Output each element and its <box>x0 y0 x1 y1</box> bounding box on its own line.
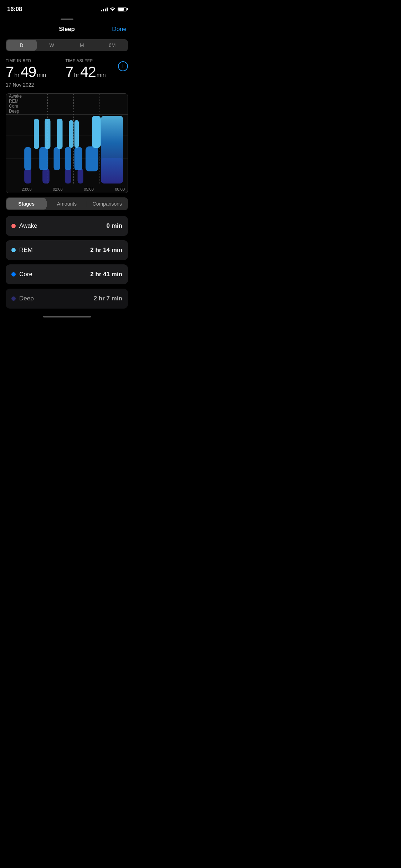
status-icons <box>101 7 127 12</box>
date-label: 17 Nov 2022 <box>6 82 128 88</box>
nav-bar: Sleep Done <box>0 21 134 36</box>
stage-card-awake[interactable]: Awake 0 min <box>6 216 128 236</box>
period-btn-w[interactable]: W <box>37 40 67 51</box>
time-asleep-min: 42 <box>80 63 96 81</box>
chart-label-deep: Deep <box>6 109 22 114</box>
svg-rect-11 <box>34 119 39 149</box>
time-in-bed-hr-unit: hr <box>14 72 19 78</box>
nav-title: Sleep <box>59 26 74 33</box>
core-dot <box>11 272 16 277</box>
svg-rect-3 <box>78 169 83 184</box>
deep-dot <box>11 296 16 301</box>
svg-rect-13 <box>57 119 62 149</box>
time-label-0500: 05:00 <box>84 187 94 191</box>
time-asleep-min-unit: min <box>97 72 106 78</box>
stage-cards: Awake 0 min REM 2 hr 14 min Core 2 hr 41… <box>0 216 134 309</box>
rem-value: 2 hr 14 min <box>90 247 122 254</box>
period-btn-d[interactable]: D <box>6 40 37 51</box>
sheet-handle <box>0 16 134 21</box>
done-button[interactable]: Done <box>112 26 127 33</box>
chart-label-core: Core <box>6 104 22 109</box>
bottom-tabs: Stages Amounts Comparisons <box>6 197 128 210</box>
svg-rect-17 <box>101 116 123 184</box>
stage-card-core[interactable]: Core 2 hr 41 min <box>6 264 128 284</box>
chart-label-awake: Awake <box>6 94 22 99</box>
rem-dot <box>11 248 16 252</box>
svg-rect-9 <box>74 147 82 170</box>
time-asleep-value: 7 hr 42 min <box>66 63 118 81</box>
awake-label: Awake <box>19 222 37 229</box>
time-asleep-hr: 7 <box>66 63 73 81</box>
chart-time-labels: 23:00 02:00 05:00 08:00 <box>22 187 125 191</box>
time-asleep-block: TIME ASLEEP 7 hr 42 min <box>66 58 118 81</box>
status-bar: 16:08 <box>0 0 134 16</box>
period-btn-6m[interactable]: 6M <box>97 40 127 51</box>
stats-section: TIME IN BED 7 hr 49 min TIME ASLEEP 7 hr… <box>0 57 134 92</box>
time-in-bed-value: 7 hr 49 min <box>6 63 58 81</box>
time-asleep-label: TIME ASLEEP <box>66 58 118 63</box>
time-in-bed-label: TIME IN BED <box>6 58 58 63</box>
deep-value: 2 hr 7 min <box>94 295 122 302</box>
core-label: Core <box>19 271 32 278</box>
tab-amounts[interactable]: Amounts <box>47 198 87 210</box>
svg-rect-0 <box>24 169 31 184</box>
period-btn-m[interactable]: M <box>67 40 97 51</box>
period-selector: D W M 6M <box>6 39 128 51</box>
svg-rect-7 <box>53 147 60 170</box>
wifi-icon <box>110 7 115 12</box>
awake-value: 0 min <box>107 222 122 229</box>
time-label-0800: 08:00 <box>115 187 125 191</box>
awake-dot <box>11 224 16 228</box>
svg-rect-1 <box>42 169 50 184</box>
signal-icon <box>101 7 108 11</box>
time-in-bed-hr: 7 <box>6 63 13 81</box>
stage-card-rem[interactable]: REM 2 hr 14 min <box>6 240 128 260</box>
time-label-2300: 23:00 <box>22 187 32 191</box>
sleep-stages-svg <box>22 94 125 185</box>
tab-comparisons[interactable]: Comparisons <box>87 198 127 210</box>
deep-label: Deep <box>19 295 34 302</box>
svg-rect-12 <box>45 119 50 149</box>
time-asleep-hr-unit: hr <box>74 72 79 78</box>
time-label-0200: 02:00 <box>53 187 63 191</box>
svg-rect-6 <box>39 147 48 170</box>
stage-card-deep[interactable]: Deep 2 hr 7 min <box>6 289 128 309</box>
battery-icon <box>118 7 127 11</box>
svg-rect-14 <box>69 120 73 148</box>
sleep-chart: Awake REM Core Deep <box>6 93 128 193</box>
svg-rect-15 <box>74 120 79 148</box>
rem-label: REM <box>19 247 33 254</box>
core-value: 2 hr 41 min <box>90 271 122 278</box>
info-button[interactable]: i <box>118 61 128 71</box>
tab-stages[interactable]: Stages <box>6 198 46 210</box>
time-in-bed-min-unit: min <box>37 72 46 78</box>
chart-label-rem: REM <box>6 99 22 104</box>
time-in-bed-min: 49 <box>21 63 36 81</box>
status-time: 16:08 <box>7 6 22 13</box>
svg-rect-2 <box>65 169 71 184</box>
home-indicator <box>0 313 134 319</box>
svg-rect-8 <box>65 147 71 170</box>
svg-rect-10 <box>86 146 98 171</box>
time-in-bed-block: TIME IN BED 7 hr 49 min <box>6 58 58 81</box>
svg-rect-16 <box>92 116 101 148</box>
svg-rect-5 <box>24 147 31 170</box>
